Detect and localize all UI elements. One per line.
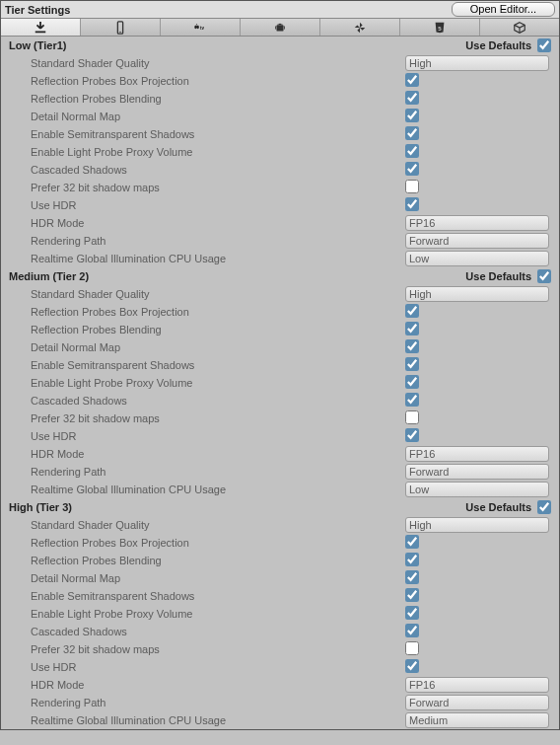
refl_box-checkbox[interactable] <box>405 304 419 318</box>
setting-row: Standard Shader QualityHighMediumLow <box>1 54 559 72</box>
shader_quality-dropdown[interactable]: HighMediumLow <box>405 55 549 71</box>
semitrans_shadow-checkbox[interactable] <box>405 357 419 371</box>
setting-label: Cascaded Shadows <box>31 164 405 176</box>
setting-label: Reflection Probes Box Projection <box>31 537 405 549</box>
platform-tab-cube[interactable] <box>480 19 559 36</box>
setting-label: Prefer 32 bit shadow maps <box>31 182 405 193</box>
lppv-checkbox[interactable] <box>405 375 419 389</box>
prefer32-checkbox[interactable] <box>405 180 419 193</box>
tier-header: Medium (Tier 2)Use Defaults <box>1 267 559 285</box>
platform-tab-mobile[interactable] <box>81 19 161 36</box>
refl_blend-checkbox[interactable] <box>405 553 419 566</box>
detail_normal-checkbox[interactable] <box>405 570 419 584</box>
shader_quality-dropdown[interactable]: HighMediumLow <box>405 517 549 533</box>
usehdr-checkbox[interactable] <box>405 659 419 673</box>
setting-row: Reflection Probes Blending <box>1 321 559 338</box>
setting-row: Use HDR <box>1 658 559 676</box>
setting-row: Detail Normal Map <box>1 338 559 356</box>
renderpath-dropdown[interactable]: ForwardDeferredLegacy Vertex LitLegacy D… <box>405 233 549 249</box>
hdrmode-dropdown[interactable]: FP16R11G11B10 <box>405 677 549 693</box>
tier-header-label: Medium (Tier 2) <box>9 270 89 282</box>
panel-title: Tier Settings <box>5 4 452 16</box>
platform-tab-html5[interactable]: 5 <box>400 19 480 36</box>
tier-header: High (Tier 3)Use Defaults <box>1 498 559 516</box>
gi_cpu-dropdown[interactable]: LowMediumHighUnlimited <box>405 251 549 266</box>
svg-rect-5 <box>277 25 284 31</box>
cascaded-checkbox[interactable] <box>405 162 419 176</box>
cube-icon <box>512 21 527 35</box>
setting-label: Reflection Probes Blending <box>31 93 405 105</box>
hdrmode-dropdown[interactable]: FP16R11G11B10 <box>405 215 549 231</box>
setting-label: Realtime Global Illumination CPU Usage <box>31 253 405 264</box>
hdrmode-dropdown[interactable]: FP16R11G11B10 <box>405 446 549 462</box>
tier-header-label: High (Tier 3) <box>9 501 72 513</box>
mobile-icon <box>112 21 128 35</box>
svg-text:5: 5 <box>438 24 442 31</box>
setting-row: Reflection Probes Blending <box>1 552 559 569</box>
open-editor-button[interactable]: Open Editor... <box>452 2 555 17</box>
setting-label: Reflection Probes Box Projection <box>31 306 405 318</box>
refl_blend-checkbox[interactable] <box>405 322 419 335</box>
setting-row: Standard Shader QualityHighMediumLow <box>1 285 559 303</box>
refl_box-checkbox[interactable] <box>405 535 419 549</box>
svg-point-7 <box>281 23 282 24</box>
refl_box-checkbox[interactable] <box>405 73 419 87</box>
setting-row: Prefer 32 bit shadow maps <box>1 640 559 658</box>
prefer32-checkbox[interactable] <box>405 641 419 655</box>
setting-row: Enable Semitransparent Shadows <box>1 587 559 605</box>
download-icon <box>33 21 48 35</box>
cascaded-checkbox[interactable] <box>405 393 419 407</box>
setting-label: Rendering Path <box>31 235 405 247</box>
lppv-checkbox[interactable] <box>405 606 419 620</box>
html5-icon: 5 <box>432 21 448 35</box>
refl_blend-checkbox[interactable] <box>405 91 419 105</box>
shader_quality-dropdown[interactable]: HighMediumLow <box>405 286 549 302</box>
platform-tab-web[interactable] <box>320 19 400 36</box>
setting-label: Detail Normal Map <box>31 341 405 353</box>
setting-label: Standard Shader Quality <box>31 288 405 300</box>
setting-row: Realtime Global Illumination CPU UsageLo… <box>1 481 559 498</box>
prefer32-checkbox[interactable] <box>405 410 419 424</box>
cascaded-checkbox[interactable] <box>405 624 419 637</box>
setting-label: Prefer 32 bit shadow maps <box>31 412 405 424</box>
semitrans_shadow-checkbox[interactable] <box>405 126 419 140</box>
setting-row: Cascaded Shadows <box>1 392 559 410</box>
gi_cpu-dropdown[interactable]: LowMediumHighUnlimited <box>405 482 549 497</box>
setting-label: HDR Mode <box>31 679 405 691</box>
setting-row: Rendering PathForwardDeferredLegacy Vert… <box>1 232 559 250</box>
platform-tab-download[interactable] <box>1 19 81 36</box>
setting-label: Enable Light Probe Proxy Volume <box>31 146 405 158</box>
setting-row: Prefer 32 bit shadow maps <box>1 410 559 427</box>
setting-label: HDR Mode <box>31 217 405 229</box>
setting-label: Prefer 32 bit shadow maps <box>31 643 405 655</box>
renderpath-dropdown[interactable]: ForwardDeferredLegacy Vertex LitLegacy D… <box>405 695 549 710</box>
setting-row: Rendering PathForwardDeferredLegacy Vert… <box>1 694 559 711</box>
setting-row: Rendering PathForwardDeferredLegacy Vert… <box>1 463 559 481</box>
setting-label: Enable Semitransparent Shadows <box>31 359 405 371</box>
setting-row: Enable Semitransparent Shadows <box>1 125 559 143</box>
renderpath-dropdown[interactable]: ForwardDeferredLegacy Vertex LitLegacy D… <box>405 464 549 480</box>
setting-label: Detail Normal Map <box>31 572 405 584</box>
setting-label: Enable Semitransparent Shadows <box>31 590 405 602</box>
gi_cpu-dropdown[interactable]: LowMediumHighUnlimited <box>405 712 549 728</box>
lppv-checkbox[interactable] <box>405 144 419 158</box>
use-defaults-checkbox[interactable] <box>537 38 551 52</box>
usehdr-checkbox[interactable] <box>405 428 419 442</box>
setting-row: Prefer 32 bit shadow maps <box>1 179 559 196</box>
setting-label: Realtime Global Illumination CPU Usage <box>31 484 405 495</box>
use-defaults-checkbox[interactable] <box>537 500 551 514</box>
setting-row: Enable Semitransparent Shadows <box>1 356 559 374</box>
svg-point-3 <box>196 24 197 25</box>
svg-rect-0 <box>35 31 46 33</box>
platform-tab-appletv[interactable]: tv <box>161 19 241 36</box>
setting-row: Enable Light Probe Proxy Volume <box>1 605 559 623</box>
setting-row: HDR ModeFP16R11G11B10 <box>1 676 559 694</box>
semitrans_shadow-checkbox[interactable] <box>405 588 419 602</box>
usehdr-checkbox[interactable] <box>405 197 419 211</box>
android-icon <box>272 21 288 35</box>
svg-text:tv: tv <box>200 26 205 31</box>
use-defaults-checkbox[interactable] <box>537 269 551 283</box>
platform-tab-android[interactable] <box>241 19 320 36</box>
detail_normal-checkbox[interactable] <box>405 109 419 122</box>
detail_normal-checkbox[interactable] <box>405 339 419 353</box>
